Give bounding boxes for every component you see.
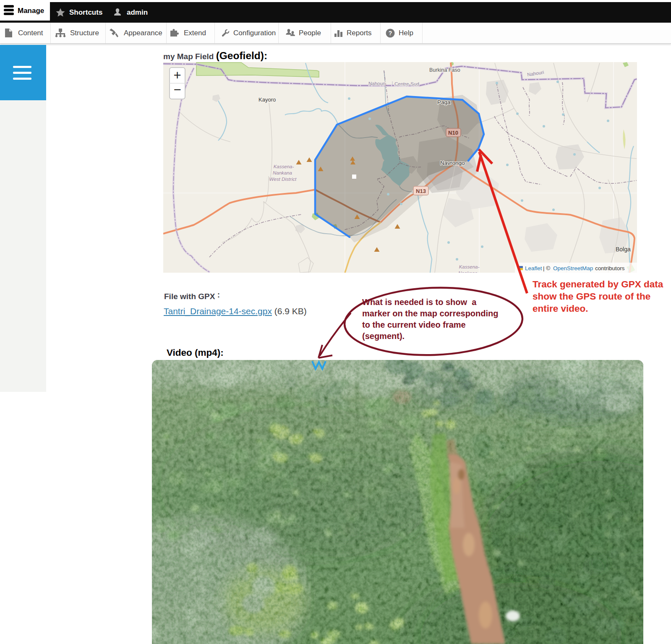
svg-text:Paga: Paga bbox=[437, 99, 451, 105]
svg-text:Bolga: Bolga bbox=[616, 246, 631, 253]
svg-text:Centre-Sud: Centre-Sud bbox=[394, 81, 419, 86]
svg-text:N13: N13 bbox=[416, 188, 426, 194]
svg-text:Kayoro: Kayoro bbox=[258, 96, 276, 103]
svg-text:Nankana: Nankana bbox=[273, 170, 292, 175]
svg-text:Burkina Faso: Burkina Faso bbox=[429, 67, 460, 73]
svg-text:N10: N10 bbox=[448, 130, 458, 136]
svg-text:Kassena-: Kassena- bbox=[274, 164, 294, 169]
svg-text:| ©: | © bbox=[543, 265, 550, 271]
svg-text:+: + bbox=[173, 68, 181, 83]
svg-text:Navrongo: Navrongo bbox=[440, 160, 465, 166]
svg-text:contributors: contributors bbox=[595, 265, 625, 271]
svg-text:Leaflet: Leaflet bbox=[525, 265, 542, 271]
svg-text:OpenStreetMap: OpenStreetMap bbox=[553, 265, 593, 271]
svg-text:Kassena-: Kassena- bbox=[459, 264, 480, 269]
svg-text:Nahouri: Nahouri bbox=[368, 81, 385, 86]
svg-text:−: − bbox=[173, 82, 181, 97]
svg-text:?: ? bbox=[389, 30, 392, 37]
svg-text:Nankana: Nankana bbox=[458, 271, 478, 273]
svg-text:West District: West District bbox=[269, 177, 297, 182]
